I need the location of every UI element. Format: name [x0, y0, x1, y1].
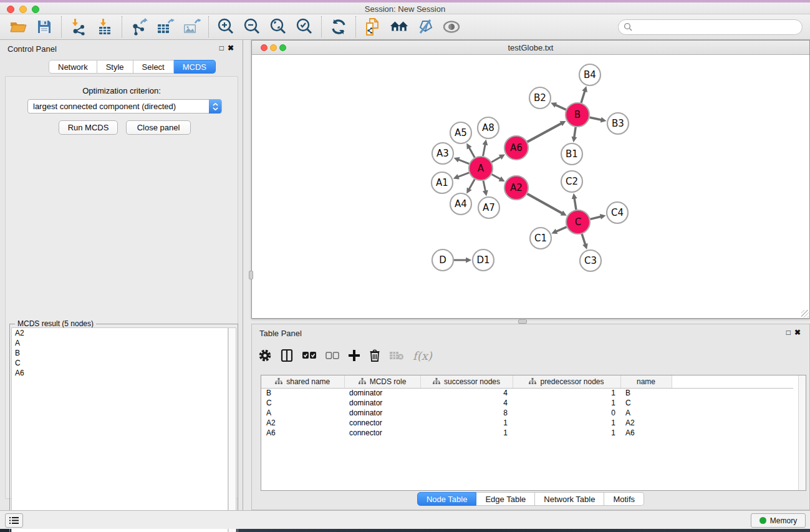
table-cell[interactable]: connector — [344, 428, 420, 438]
zoom-out-icon[interactable] — [243, 17, 261, 36]
deselect-all-rows-icon[interactable] — [325, 352, 339, 360]
table-cell[interactable]: dominator — [344, 388, 420, 398]
table-cell[interactable]: 1 — [513, 388, 620, 398]
zoom-selected-icon[interactable] — [295, 17, 314, 36]
result-item[interactable]: A2 — [12, 328, 228, 338]
zoom-fit-icon[interactable] — [269, 17, 287, 36]
show-columns-icon[interactable] — [281, 349, 293, 362]
table-cell[interactable]: C — [620, 398, 672, 408]
result-item[interactable]: A6 — [12, 368, 228, 378]
graph-node-B[interactable]: B — [566, 103, 589, 127]
create-column-icon[interactable] — [348, 349, 360, 362]
import-network-icon[interactable] — [69, 17, 88, 36]
table-cell[interactable]: 1 — [513, 398, 620, 408]
graph-node-B3[interactable]: B3 — [607, 113, 629, 134]
graph-node-A4[interactable]: A4 — [450, 193, 471, 215]
table-cell[interactable]: 0 — [513, 408, 620, 418]
tab-network-table[interactable]: Network Table — [535, 492, 604, 506]
table-cell[interactable]: 1 — [420, 418, 513, 428]
table-row[interactable]: A6connector11A6 — [261, 428, 793, 438]
graph-edge-B-B2[interactable] — [556, 105, 566, 110]
apply-layout-icon[interactable] — [329, 17, 348, 36]
zoom-in-icon[interactable] — [216, 17, 235, 36]
graph-node-C3[interactable]: C3 — [580, 250, 601, 271]
table-cell[interactable]: connector — [344, 418, 420, 428]
table-cell[interactable]: A2 — [620, 418, 672, 428]
graph-edge-B-B3[interactable] — [590, 117, 602, 120]
graph-node-A8[interactable]: A8 — [478, 117, 499, 138]
tab-network[interactable]: Network — [49, 60, 97, 74]
home-view-icon[interactable] — [390, 17, 408, 36]
network-canvas[interactable]: B4B2BB3A5A8A6A3B1AA1C2A2A4A7C4CC1C3DD1 — [252, 55, 809, 318]
export-table-icon[interactable] — [156, 17, 175, 36]
table-cell[interactable]: A — [261, 408, 344, 418]
graph-edge-A-A7[interactable] — [483, 181, 486, 191]
table-cell[interactable]: 1 — [513, 428, 620, 438]
fx-label[interactable]: f(x) — [413, 349, 432, 362]
save-session-icon[interactable] — [35, 17, 54, 36]
delete-table-icon[interactable] — [389, 351, 404, 360]
table-cell[interactable]: 1 — [513, 418, 620, 428]
table-cell[interactable]: B — [620, 388, 672, 398]
graph-edge-A-A6[interactable] — [491, 157, 501, 162]
table-cell[interactable]: 4 — [420, 398, 513, 408]
graph-node-A3[interactable]: A3 — [432, 143, 453, 164]
table-scrollbar[interactable] — [798, 375, 806, 490]
new-network-from-selection-icon[interactable] — [364, 17, 382, 36]
graph-node-B1[interactable]: B1 — [561, 143, 582, 165]
horizontal-split-handle[interactable] — [518, 319, 527, 324]
criterion-select[interactable]: largest connected component (directed) — [27, 99, 222, 114]
graph-edge-A-A4[interactable] — [469, 179, 475, 189]
vertical-split-handle[interactable] — [249, 271, 253, 279]
graph-edge-A-A1[interactable] — [458, 173, 469, 177]
graph-node-B2[interactable]: B2 — [529, 87, 551, 109]
graph-node-C2[interactable]: C2 — [561, 171, 582, 192]
table-cell[interactable]: A6 — [620, 428, 672, 438]
table-cell[interactable]: dominator — [344, 408, 420, 418]
graph-edge-A6-B[interactable] — [528, 123, 562, 142]
open-session-icon[interactable] — [9, 17, 27, 36]
tab-motifs[interactable]: Motifs — [604, 492, 644, 506]
tab-mcds[interactable]: MCDS — [174, 60, 216, 74]
result-item[interactable]: B — [12, 348, 228, 358]
run-mcds-button[interactable]: Run MCDS — [59, 120, 118, 135]
close-panel-icon[interactable]: ✖ — [228, 44, 238, 52]
table-cell[interactable]: B — [261, 388, 344, 398]
result-item[interactable]: C — [12, 358, 228, 368]
table-cell[interactable]: C — [261, 398, 344, 408]
graph-node-B4[interactable]: B4 — [579, 64, 600, 85]
column-header-name[interactable]: name — [620, 375, 672, 388]
close-panel-button[interactable]: Close panel — [126, 120, 191, 135]
delete-column-icon[interactable] — [369, 349, 380, 362]
graph-edge-B-B1[interactable] — [574, 127, 576, 137]
table-cell[interactable]: dominator — [344, 398, 420, 408]
graph-edge-A-A8[interactable] — [483, 145, 485, 157]
graph-node-D1[interactable]: D1 — [473, 249, 494, 271]
table-row[interactable]: Cdominator41C — [261, 398, 793, 408]
table-cell[interactable]: A6 — [261, 428, 344, 438]
graph-node-A6[interactable]: A6 — [504, 136, 528, 160]
table-row[interactable]: Bdominator41B — [261, 388, 793, 398]
table-row[interactable]: A2connector11A2 — [261, 418, 793, 428]
graph-edge-A-A3[interactable] — [458, 160, 469, 164]
graph-node-C1[interactable]: C1 — [530, 228, 551, 249]
graph-edge-A-A5[interactable] — [469, 148, 475, 158]
table-cell[interactable]: A — [620, 408, 672, 418]
graph-edge-A-A2[interactable] — [492, 175, 501, 180]
import-table-icon[interactable] — [95, 17, 114, 36]
tab-select[interactable]: Select — [133, 60, 174, 74]
column-header-shared-name[interactable]: shared name — [261, 375, 344, 388]
window-resize-grip[interactable] — [801, 310, 809, 317]
close-table-panel-icon[interactable]: ✖ — [794, 328, 804, 337]
tab-style[interactable]: Style — [97, 60, 133, 74]
graph-node-C4[interactable]: C4 — [607, 202, 628, 223]
show-graphics-details-icon[interactable] — [442, 17, 461, 36]
tab-edge-table[interactable]: Edge Table — [476, 492, 535, 506]
table-cell[interactable]: 4 — [420, 388, 513, 398]
column-header-MCDS-role[interactable]: MCDS role — [344, 375, 420, 388]
select-all-rows-icon[interactable] — [302, 351, 317, 360]
table-cell[interactable]: 1 — [420, 428, 513, 438]
graph-node-A5[interactable]: A5 — [450, 122, 471, 143]
result-list-scrollbar[interactable] — [228, 327, 236, 532]
table-cell[interactable]: A2 — [261, 418, 344, 428]
